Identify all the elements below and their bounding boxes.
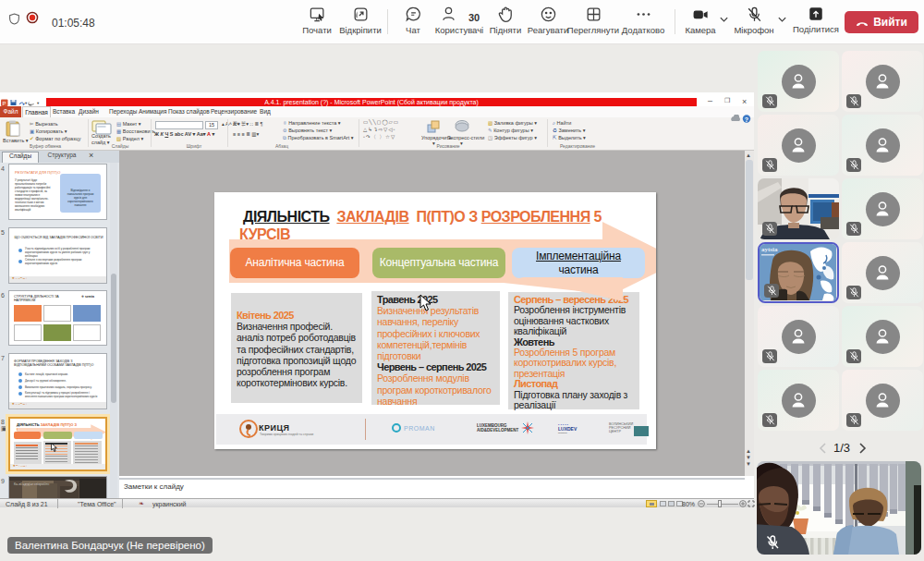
svg-text:▾: ▾ (37, 101, 40, 105)
svg-text:▾: ▾ (25, 101, 28, 105)
svg-text:P: P (3, 101, 6, 106)
svg-text:Ка-зб'єдтд'єк співробітн: Ка-зб'єдтд'єк співробітн (14, 482, 49, 486)
svg-text:?: ? (745, 116, 748, 123)
svg-text:aytsіa: aytsіa (761, 246, 778, 253)
